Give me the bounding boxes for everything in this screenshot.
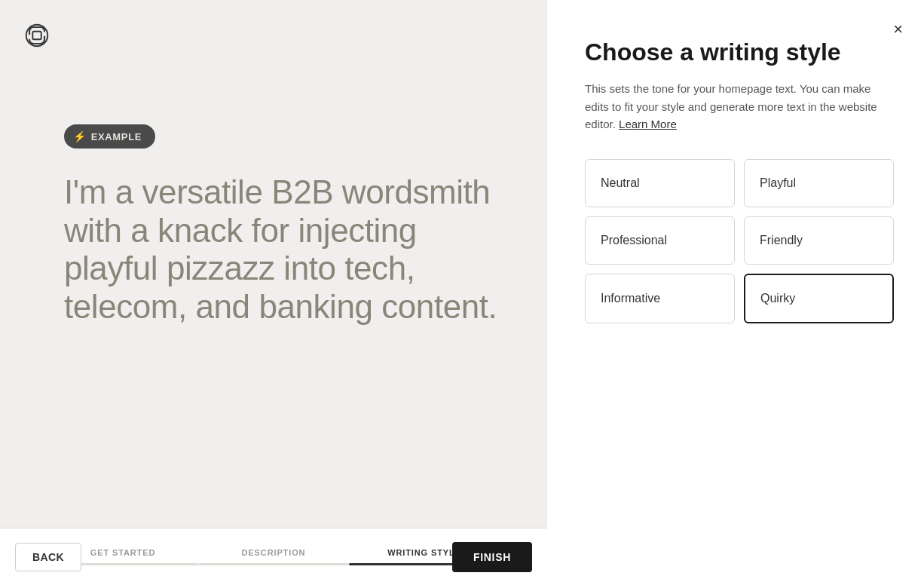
bottom-nav: BACK GET STARTED DESCRIPTION WRITING STY… — [0, 528, 547, 585]
learn-more-link[interactable]: Learn More — [619, 118, 677, 130]
right-panel: × Choose a writing style This sets the t… — [547, 0, 924, 585]
step-description-bar — [198, 563, 349, 565]
style-option-neutral[interactable]: Neutral — [585, 159, 735, 207]
style-option-playful[interactable]: Playful — [744, 159, 894, 207]
logo-area — [23, 21, 51, 53]
hero-text: I'm a versatile B2B wordsmith with a kna… — [64, 173, 517, 326]
example-badge-label: EXAMPLE — [91, 131, 142, 142]
squarespace-logo-icon — [23, 21, 51, 50]
step-get-started-label: GET STARTED — [90, 548, 155, 563]
panel-description: This sets the tone for your homepage tex… — [585, 80, 894, 133]
step-writing-style-label: WRITING STYLE — [387, 548, 461, 563]
finish-button[interactable]: FINISH — [452, 542, 532, 572]
panel-title: Choose a writing style — [585, 38, 894, 66]
close-button[interactable]: × — [893, 21, 903, 38]
style-option-quirky[interactable]: Quirky — [744, 274, 894, 323]
svg-rect-0 — [23, 21, 51, 50]
style-grid: Neutral Playful Professional Friendly In… — [585, 159, 894, 323]
style-option-friendly[interactable]: Friendly — [744, 216, 894, 265]
bolt-icon: ⚡ — [73, 130, 87, 142]
main-layout: ⚡ EXAMPLE I'm a versatile B2B wordsmith … — [0, 0, 924, 585]
style-option-professional[interactable]: Professional — [585, 216, 735, 265]
step-description: DESCRIPTION — [198, 548, 349, 565]
style-option-informative[interactable]: Informative — [585, 274, 735, 323]
step-description-label: DESCRIPTION — [242, 548, 306, 563]
back-button[interactable]: BACK — [15, 543, 81, 571]
example-badge: ⚡ EXAMPLE — [64, 124, 155, 149]
left-panel: ⚡ EXAMPLE I'm a versatile B2B wordsmith … — [0, 0, 547, 585]
